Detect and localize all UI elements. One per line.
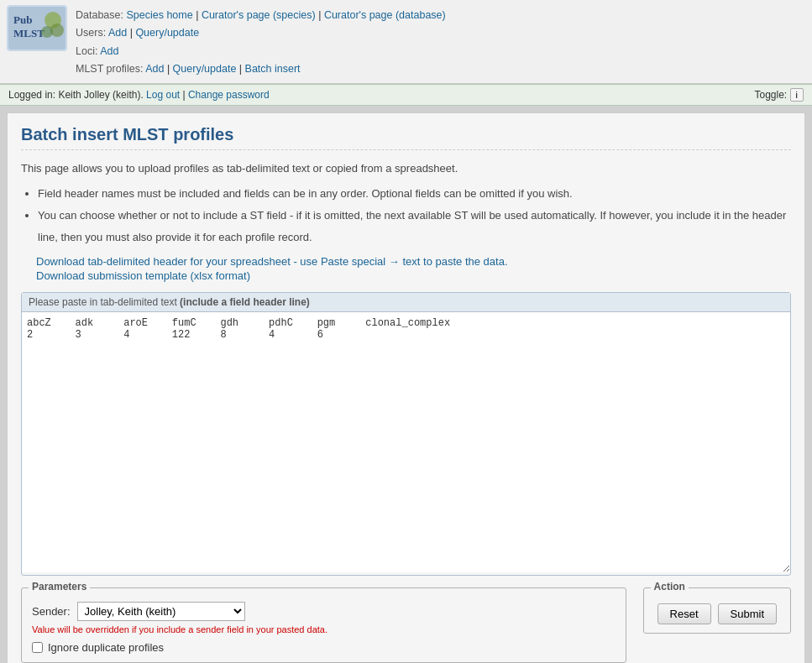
svg-text:Pub: Pub	[13, 13, 32, 26]
loci-label: Loci:	[76, 45, 97, 57]
instruction-1: Field header names must be included and …	[38, 183, 791, 205]
toggle-button[interactable]: i	[790, 88, 804, 102]
paste-textarea[interactable]: abcZ adk aroE fumC gdh pdhC pgm clonal_c…	[22, 312, 790, 572]
ignore-duplicate-checkbox[interactable]	[32, 642, 43, 653]
paste-label: Please paste in tab-delimited text (incl…	[22, 293, 790, 312]
pubmlst-logo: Pub MLST	[7, 5, 67, 51]
main-content: Batch insert MLST profiles This page all…	[7, 112, 805, 663]
header-links: Database: Species home | Curator's page …	[76, 5, 446, 78]
parameters-legend: Parameters	[29, 581, 90, 593]
users-label: Users:	[76, 27, 106, 39]
ignore-duplicate-row: Ignore duplicate profiles	[32, 641, 616, 654]
sender-select[interactable]: Jolley, Keith (keith)	[77, 602, 245, 621]
bottom-section: Parameters Sender: Jolley, Keith (keith)…	[21, 587, 791, 663]
paste-section: Please paste in tab-delimited text (incl…	[21, 292, 791, 576]
download-tabdelimited-link[interactable]: Download tab-delimited header for your s…	[36, 255, 791, 268]
page-title: Batch insert MLST profiles	[21, 125, 791, 150]
action-legend: Action	[651, 581, 689, 593]
header: Pub MLST Database: Species home | Curato…	[0, 0, 812, 84]
ignore-duplicate-label: Ignore duplicate profiles	[48, 641, 164, 654]
mlst-query-update-link[interactable]: Query/update	[173, 63, 237, 75]
instructions-section: Field header names must be included and …	[21, 183, 791, 282]
parameters-box: Parameters Sender: Jolley, Keith (keith)…	[21, 587, 626, 663]
reset-button[interactable]: Reset	[657, 603, 711, 624]
toggle-label: Toggle:	[755, 89, 788, 101]
svg-text:MLST: MLST	[13, 27, 45, 39]
submit-button[interactable]: Submit	[718, 603, 777, 624]
sender-note: Value will be overridden if you include …	[32, 624, 616, 634]
curators-page-species-link[interactable]: Curator's page (species)	[202, 9, 316, 21]
instruction-2: You can choose whether or not to include…	[38, 205, 791, 248]
download-xlsx-link[interactable]: Download submission template (xlsx forma…	[36, 269, 791, 282]
logged-in-text: Logged in: Keith Jolley (keith).	[8, 89, 144, 101]
logout-link[interactable]: Log out	[146, 89, 180, 101]
mlst-profiles-label: MLST profiles:	[76, 63, 143, 75]
users-query-update-link[interactable]: Query/update	[135, 27, 199, 39]
sender-label: Sender:	[32, 605, 71, 618]
action-box: Action Reset Submit	[643, 587, 791, 634]
mlst-add-link[interactable]: Add	[145, 63, 164, 75]
action-buttons: Reset Submit	[657, 603, 777, 624]
users-add-link[interactable]: Add	[108, 27, 127, 39]
curators-page-database-link[interactable]: Curator's page (database)	[324, 9, 446, 21]
download-links: Download tab-delimited header for your s…	[36, 255, 791, 282]
database-label: Database:	[76, 9, 123, 21]
change-password-link[interactable]: Change password	[188, 89, 270, 101]
mlst-batch-insert-link[interactable]: Batch insert	[245, 63, 301, 75]
login-bar: Logged in: Keith Jolley (keith). Log out…	[0, 84, 812, 106]
loci-add-link[interactable]: Add	[100, 45, 118, 57]
sender-row: Sender: Jolley, Keith (keith)	[32, 602, 616, 621]
page-description: This page allows you to upload profiles …	[21, 162, 791, 175]
species-home-link[interactable]: Species home	[126, 9, 192, 21]
svg-point-6	[41, 26, 53, 38]
